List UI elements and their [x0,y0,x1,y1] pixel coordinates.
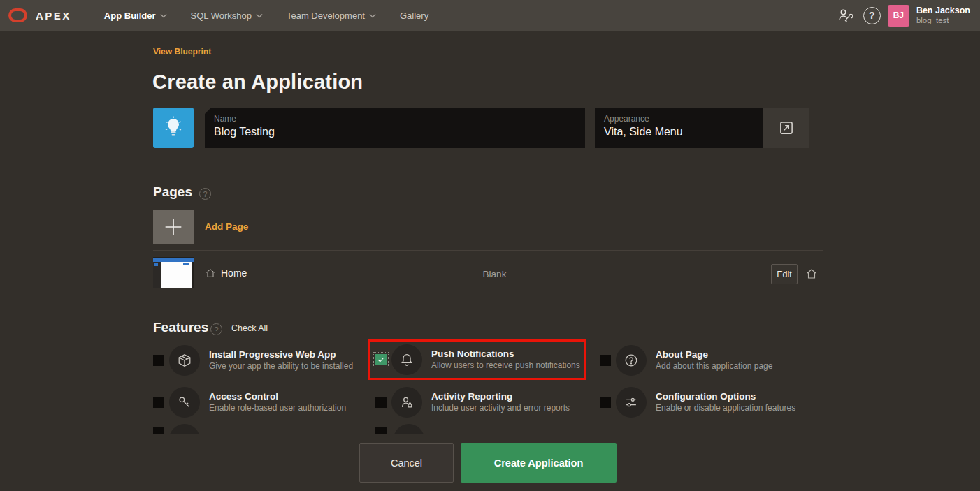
footer-divider [153,434,823,434]
feature-checkbox-push-notifications[interactable] [375,354,387,365]
name-field-label: Name [214,114,577,124]
feature-title: About Page [656,349,772,361]
appearance-settings-button[interactable] [763,108,809,148]
nav-item-team-development[interactable]: Team Development [275,0,388,31]
thumbnail-sidebar [153,262,161,288]
top-nav: APEX App Builder SQL Workshop Team Devel… [0,0,980,31]
nav-right-cluster: ? BJ Ben Jackson blog_test [834,4,980,27]
nav-item-label: SQL Workshop [191,10,252,21]
feature-checkbox-install-pwa[interactable] [153,355,164,366]
feature-text: Configuration Options Enable or disable … [656,390,795,414]
nav-item-label: App Builder [104,10,156,21]
user-name: Ben Jackson [916,6,970,15]
chevron-down-icon [160,13,167,18]
popup-arrow-icon [777,119,795,137]
feature-description: Enable role-based user authorization [209,403,346,414]
nav-item-app-builder[interactable]: App Builder [92,0,179,31]
user-info[interactable]: Ben Jackson blog_test [916,6,970,25]
appearance-field[interactable]: Appearance Vita, Side Menu [595,108,763,148]
apex-brand: APEX [36,10,71,22]
nav-item-label: Gallery [400,10,428,21]
name-field-value: Blog Testing [214,126,577,138]
create-application-button[interactable]: Create Application [461,443,617,483]
workspace-name: blog_test [916,16,970,25]
oracle-logo-icon[interactable] [8,8,27,22]
administration-icon[interactable] [834,4,856,27]
feature-text: About Page Add about this application pa… [656,349,772,372]
lightbulb-icon [163,116,184,140]
package-icon [169,345,200,376]
add-page-tile[interactable] [153,210,194,244]
name-field[interactable]: Name Blog Testing [205,108,585,148]
appearance-field-value: Vita, Side Menu [604,126,755,138]
home-page-thumbnail[interactable] [153,257,194,288]
pages-help-icon[interactable]: ? [199,188,211,200]
nav-item-label: Team Development [287,10,365,21]
feature-checkbox-activity-reporting[interactable] [375,397,387,408]
chevron-down-icon [256,13,263,18]
page-title: Create an Application [152,71,363,94]
question-icon [616,345,647,376]
plus-icon [161,215,185,239]
chevron-down-icon [369,13,376,18]
pages-divider [153,250,823,251]
edit-page-button[interactable]: Edit [771,264,798,284]
feature-description: Include user activity and error reports [431,403,570,414]
feature-install-pwa[interactable]: Install Progressive Web App Give your ap… [153,342,363,379]
nav-item-gallery[interactable]: Gallery [388,0,440,31]
thumbnail-accent [154,263,158,266]
user-activity-icon [391,387,422,418]
feature-activity-reporting[interactable]: Activity Reporting Include user activity… [375,383,585,421]
wizard-footer: Cancel Create Application [0,434,980,491]
app-icon-tile[interactable] [153,108,194,148]
feature-description: Give your app the ability to be installe… [209,361,353,372]
pages-heading: Pages [153,184,192,200]
feature-text: Activity Reporting Include user activity… [431,390,570,414]
appearance-field-label: Appearance [604,114,755,124]
feature-description: Enable or disable application features [656,403,795,414]
thumbnail-body [161,262,192,288]
feature-title: Push Notifications [431,348,580,360]
page-row-name: Home [221,268,247,279]
key-icon [169,387,200,418]
feature-checkbox-about-page[interactable] [600,355,611,366]
add-page-link[interactable]: Add Page [205,221,248,232]
feature-access-control[interactable]: Access Control Enable role-based user au… [153,383,363,421]
feature-about-page[interactable]: About Page Add about this application pa… [600,342,809,379]
feature-text: Push Notifications Allow users to receiv… [431,348,580,372]
app-settings-row: Name Blog Testing Appearance Vita, Side … [153,108,809,148]
page-row-type: Blank [447,269,542,279]
check-icon [377,356,385,364]
help-icon[interactable]: ? [863,7,881,24]
features-help-icon[interactable]: ? [210,323,222,335]
view-blueprint-link[interactable]: View Blueprint [153,47,211,57]
features-heading: Features [153,320,208,335]
feature-title: Activity Reporting [431,390,570,403]
apex-create-application-page: APEX App Builder SQL Workshop Team Devel… [0,0,980,491]
check-all-link[interactable]: Check All [231,323,268,333]
thumbnail-header-accent [183,263,189,265]
feature-title: Install Progressive Web App [209,349,353,361]
feature-checkbox-configuration-options[interactable] [600,397,611,408]
feature-push-notifications[interactable]: Push Notifications Allow users to receiv… [368,339,586,380]
user-avatar[interactable]: BJ [888,5,909,27]
bell-icon [391,344,422,375]
page-row-home[interactable]: Home [205,268,247,279]
feature-text: Install Progressive Web App Give your ap… [209,349,353,372]
cancel-button[interactable]: Cancel [359,443,454,483]
feature-description: Add about this application page [656,361,772,372]
feature-text: Access Control Enable role-based user au… [209,390,346,414]
sliders-icon [616,387,647,418]
nav-item-sql-workshop[interactable]: SQL Workshop [179,0,275,31]
feature-title: Configuration Options [656,390,795,403]
feature-title: Access Control [209,390,346,403]
feature-configuration-options[interactable]: Configuration Options Enable or disable … [600,383,809,421]
feature-checkbox-access-control[interactable] [153,397,164,408]
home-icon [205,268,216,279]
feature-description: Allow users to receive push notification… [431,360,580,372]
home-page-indicator-icon [805,268,818,283]
